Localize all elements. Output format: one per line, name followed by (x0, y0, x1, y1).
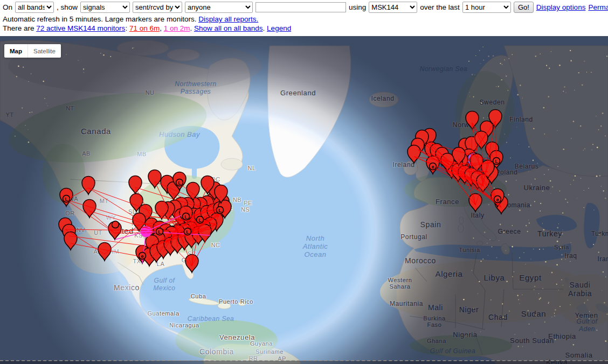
city-lights (15, 45, 607, 347)
status-line-1: Automatic refresh in 5 minutes. Large ma… (3, 15, 258, 23)
svg-text:L: L (186, 229, 189, 235)
monitor-badge[interactable]: e (494, 196, 501, 203)
monitor-badge[interactable]: L (156, 228, 163, 235)
legend-link[interactable]: Legend (267, 24, 291, 32)
report-markers (59, 110, 508, 273)
mode-select[interactable]: MSK144 (369, 2, 417, 13)
period-select[interactable]: 1 hour (462, 2, 511, 13)
map-tab[interactable]: Map (4, 44, 27, 58)
show-label: , show (57, 3, 78, 11)
show-all-bands-link[interactable]: Show all on all bands (194, 24, 263, 32)
svg-text:L: L (178, 180, 181, 186)
display-options-link[interactable]: Display options (536, 3, 586, 11)
monitor-badge[interactable]: e (430, 163, 437, 170)
monitor-badge[interactable]: L (184, 228, 191, 235)
monitor-badge[interactable]: L (176, 179, 183, 186)
filter-row: On all bands , show signals sent/rcvd by… (3, 2, 608, 13)
monitor-badges: LLLLLeLLeLe (63, 158, 501, 260)
auto-refresh-text: Automatic refresh in 5 minutes. Large ma… (3, 15, 198, 23)
status-line-2: There are 72 active MSK144 monitors: 71 … (3, 24, 291, 32)
map-marker[interactable] (407, 145, 420, 164)
svg-text:e: e (431, 164, 434, 170)
on-label: On (3, 3, 12, 11)
svg-text:L: L (218, 208, 222, 213)
dot2-text: . (263, 24, 267, 32)
sent-rcvd-select[interactable]: sent/rcvd by (133, 2, 182, 13)
monitor-badge[interactable] (112, 221, 119, 228)
go-button[interactable]: Go! (514, 2, 534, 13)
dot-text: . (190, 24, 194, 32)
svg-text:L: L (495, 159, 498, 164)
svg-text:e: e (496, 197, 499, 202)
monitor-badge[interactable]: L (197, 216, 204, 223)
satellite-tab[interactable]: Satellite (27, 44, 61, 58)
over-last-label: over the last (420, 3, 460, 11)
permalink-link[interactable]: Permalink (588, 3, 608, 11)
map-marker[interactable] (64, 232, 77, 250)
display-all-reports-link[interactable]: Display all reports. (198, 15, 258, 23)
map-marker[interactable] (148, 170, 161, 188)
map-marker[interactable] (82, 177, 95, 195)
sep-text: , (160, 24, 164, 32)
active-monitors-link[interactable]: 72 active MSK144 monitors (36, 24, 125, 32)
monitor-badge[interactable]: L (217, 207, 224, 214)
monitor-badge[interactable]: L (183, 213, 190, 220)
anyone-select[interactable]: anyone (185, 2, 253, 13)
monitors-2m-link[interactable]: 1 on 2m (164, 24, 190, 32)
signals-select[interactable]: signals (80, 2, 130, 13)
band-select[interactable]: all bands (15, 2, 54, 13)
svg-text:e: e (141, 254, 143, 259)
monitor-badge[interactable]: L (63, 195, 70, 202)
toolbar: On all bands , show signals sent/rcvd by… (0, 0, 608, 36)
svg-text:L: L (65, 197, 68, 202)
map-marker[interactable] (129, 176, 142, 194)
using-label: using (349, 3, 366, 11)
monitors-6m-link[interactable]: 71 on 6m (129, 24, 160, 32)
map-type-control: Map Satellite (4, 44, 61, 58)
monitor-badge[interactable]: e (139, 253, 146, 260)
svg-text:L: L (158, 229, 161, 235)
there-are-text: There are (3, 24, 36, 32)
map-canvas[interactable]: Norwegian SeaNorthwestern PassagesHudson… (0, 36, 608, 364)
callsign-input[interactable] (255, 2, 346, 12)
map-marker[interactable] (469, 194, 482, 212)
signal-paths (65, 121, 501, 266)
svg-text:L: L (198, 218, 202, 223)
svg-text:L: L (184, 214, 188, 220)
colon-text: : (125, 24, 129, 32)
markers-layer: LLLLLeLLeLe (0, 36, 608, 364)
monitor-badge[interactable]: L (493, 158, 500, 165)
